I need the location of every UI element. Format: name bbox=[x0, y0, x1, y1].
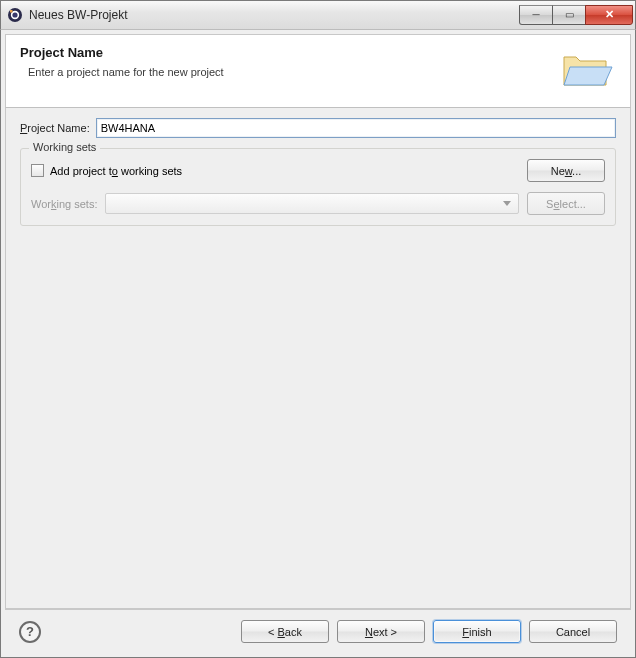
add-to-working-sets-label: Add project to working sets bbox=[50, 165, 182, 177]
chevron-down-icon bbox=[503, 201, 511, 206]
banner-subtitle: Enter a project name for the new project bbox=[28, 66, 552, 78]
working-sets-label: Working sets: bbox=[31, 198, 97, 210]
working-sets-combo bbox=[105, 193, 519, 214]
cancel-button[interactable]: Cancel bbox=[529, 620, 617, 643]
minimize-button[interactable]: ─ bbox=[519, 5, 553, 25]
maximize-icon: ▭ bbox=[565, 9, 574, 20]
app-icon bbox=[7, 7, 23, 23]
wizard-banner: Project Name Enter a project name for th… bbox=[5, 34, 631, 108]
wizard-footer: ? < Back Next > Finish Cancel bbox=[5, 609, 631, 653]
close-button[interactable]: ✕ bbox=[585, 5, 633, 25]
close-icon: ✕ bbox=[605, 8, 614, 21]
new-working-set-button[interactable]: New... bbox=[527, 159, 605, 182]
finish-button[interactable]: Finish bbox=[433, 620, 521, 643]
window-title: Neues BW-Projekt bbox=[29, 8, 520, 22]
svg-point-2 bbox=[12, 12, 17, 17]
working-sets-legend: Working sets bbox=[29, 141, 100, 153]
help-icon[interactable]: ? bbox=[19, 621, 41, 643]
select-working-set-button: Select... bbox=[527, 192, 605, 215]
back-button[interactable]: < Back bbox=[241, 620, 329, 643]
project-name-input[interactable] bbox=[96, 118, 616, 138]
minimize-icon: ─ bbox=[532, 9, 539, 20]
banner-title: Project Name bbox=[20, 45, 552, 60]
next-button[interactable]: Next > bbox=[337, 620, 425, 643]
maximize-button[interactable]: ▭ bbox=[552, 5, 586, 25]
project-name-row: Project Name: bbox=[20, 118, 616, 138]
title-bar[interactable]: Neues BW-Projekt ─ ▭ ✕ bbox=[0, 0, 636, 30]
folder-open-icon bbox=[560, 47, 616, 93]
working-sets-group: Working sets Add project to working sets… bbox=[20, 148, 616, 226]
svg-rect-3 bbox=[10, 10, 13, 13]
add-to-working-sets-checkbox[interactable] bbox=[31, 164, 44, 177]
project-name-label: Project Name: bbox=[20, 122, 90, 134]
